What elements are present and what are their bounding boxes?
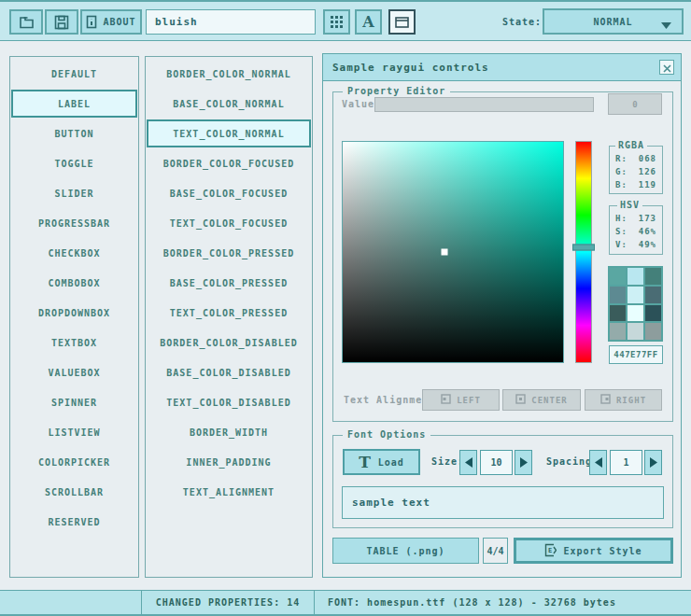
- style-color-swatch-r4c3[interactable]: [645, 323, 661, 340]
- hue-slider-handle[interactable]: [572, 245, 595, 251]
- export-format-button[interactable]: TABLE (.png): [332, 538, 479, 564]
- rgba-group: RGBA R:068 G:126 B:119: [609, 146, 663, 194]
- control-item-dropdownbox[interactable]: DROPDOWNBOX: [11, 299, 137, 327]
- save-style-button[interactable]: [45, 9, 78, 35]
- floppy-save-icon: [54, 15, 69, 30]
- spacing-decrease-button[interactable]: [589, 450, 607, 475]
- control-item-toggle[interactable]: TOGGLE: [11, 149, 137, 177]
- hsv-v-row: V:49%: [615, 240, 656, 249]
- status-bar: CHANGED PROPERTIES: 14 FONT: homespun.tt…: [0, 590, 691, 616]
- align-left-button[interactable]: LEFT: [422, 389, 500, 411]
- control-item-progressbar[interactable]: PROGRESSBAR: [11, 209, 137, 237]
- green-value: 126: [639, 167, 656, 176]
- property-item-border-color-focused[interactable]: BORDER_COLOR_FOCUSED: [147, 149, 311, 177]
- status-font-info: FONT: homespun.ttf (128 x 128) - 32768 b…: [315, 591, 691, 614]
- property-item-base-color-pressed[interactable]: BASE_COLOR_PRESSED: [147, 269, 311, 297]
- control-item-valuebox[interactable]: VALUEBOX: [11, 358, 137, 386]
- style-color-swatch-r1c3[interactable]: [645, 268, 661, 285]
- window-icon: [395, 17, 409, 28]
- property-item-border-color-disabled[interactable]: BORDER_COLOR_DISABLED: [147, 329, 311, 357]
- style-color-swatch-r2c3[interactable]: [645, 287, 661, 303]
- properties-list: BORDER_COLOR_NORMALBASE_COLOR_NORMALTEXT…: [145, 56, 313, 578]
- sample-window-title: Sample raygui controls: [332, 62, 489, 74]
- style-color-swatch-r4c2[interactable]: [628, 323, 643, 340]
- grid-icon: [331, 16, 343, 28]
- align-center-button[interactable]: CENTER: [502, 389, 581, 411]
- control-item-textbox[interactable]: TEXTBOX: [11, 329, 137, 357]
- style-name-input[interactable]: [146, 9, 316, 35]
- style-color-swatch-r2c1[interactable]: [610, 287, 626, 303]
- align-center-icon: [515, 394, 526, 406]
- size-value-box[interactable]: 10: [480, 450, 513, 475]
- align-right-button[interactable]: RIGHT: [585, 389, 662, 411]
- property-item-text-alignment[interactable]: TEXT_ALIGNMENT: [147, 478, 311, 506]
- style-colors-grid: [608, 266, 663, 342]
- property-item-inner-padding[interactable]: INNER_PADDING: [147, 448, 311, 476]
- control-item-reserved[interactable]: RESERVED: [11, 508, 137, 536]
- rgba-g-row: G:126: [615, 167, 656, 176]
- value-button[interactable]: 0: [608, 93, 662, 115]
- export-style-button[interactable]: E Export Style: [514, 538, 673, 564]
- property-item-border-width[interactable]: BORDER_WIDTH: [147, 418, 311, 446]
- hsv-h-row: H:173: [615, 214, 656, 223]
- close-button[interactable]: [659, 60, 674, 75]
- color-picker-cursor[interactable]: [441, 249, 447, 256]
- property-item-border-color-normal[interactable]: BORDER_COLOR_NORMAL: [147, 60, 311, 88]
- style-color-swatch-r2c2[interactable]: [628, 287, 643, 303]
- control-item-spinner[interactable]: SPINNER: [11, 388, 137, 416]
- red-value: 068: [639, 154, 656, 163]
- size-increase-button[interactable]: [515, 450, 532, 475]
- control-item-combobox[interactable]: COMBOBOX: [11, 269, 137, 297]
- load-font-button[interactable]: T Load: [343, 449, 420, 475]
- style-color-swatch-r3c1[interactable]: [610, 305, 626, 322]
- state-dropdown[interactable]: NORMAL: [543, 8, 684, 35]
- style-color-swatch-r3c2[interactable]: [628, 305, 643, 322]
- open-style-button[interactable]: [9, 9, 43, 35]
- font-preview-button[interactable]: A: [355, 9, 382, 35]
- status-cell-empty: [0, 591, 142, 614]
- control-item-checkbox[interactable]: CHECKBOX: [11, 239, 137, 267]
- property-item-border-color-pressed[interactable]: BORDER_COLOR_PRESSED: [147, 239, 311, 267]
- property-item-text-color-pressed[interactable]: TEXT_COLOR_PRESSED: [147, 299, 311, 327]
- style-color-swatch-r3c3[interactable]: [645, 305, 661, 322]
- property-item-base-color-focused[interactable]: BASE_COLOR_FOCUSED: [147, 179, 311, 207]
- size-decrease-button[interactable]: [459, 450, 477, 475]
- property-item-text-color-disabled[interactable]: TEXT_COLOR_DISABLED: [147, 388, 311, 416]
- align-left-icon: [441, 394, 451, 406]
- property-item-base-color-normal[interactable]: BASE_COLOR_NORMAL: [147, 90, 311, 118]
- page-indicator[interactable]: 4/4: [483, 538, 508, 564]
- chevron-right-icon: [650, 454, 657, 471]
- sample-window-titlebar[interactable]: Sample raygui controls: [323, 54, 681, 81]
- style-color-swatch-r4c1[interactable]: [610, 323, 626, 340]
- window-preview-button[interactable]: [388, 9, 416, 35]
- control-item-listview[interactable]: LISTVIEW: [11, 418, 137, 446]
- folder-open-icon: [19, 15, 35, 29]
- style-color-swatch-r1c2[interactable]: [628, 268, 643, 285]
- value-value: 49%: [639, 240, 656, 249]
- control-item-button[interactable]: BUTTON: [11, 119, 137, 147]
- sample-text-textbox[interactable]: sample text: [342, 486, 664, 519]
- state-dropdown-value: NORMAL: [593, 17, 632, 27]
- style-color-swatch-r1c1[interactable]: [610, 268, 626, 285]
- hsv-group: HSV H:173 S:46% V:49%: [609, 205, 663, 255]
- status-changed-properties: CHANGED PROPERTIES: 14: [142, 591, 315, 614]
- control-item-default[interactable]: DEFAULT: [11, 60, 137, 88]
- control-item-label[interactable]: LABEL: [11, 90, 137, 118]
- control-item-slider[interactable]: SLIDER: [11, 179, 137, 207]
- color-saturation-value-picker[interactable]: [342, 141, 564, 363]
- about-button[interactable]: ABOUT: [80, 9, 142, 35]
- align-right-icon: [600, 394, 611, 406]
- spacing-value-box[interactable]: 1: [610, 450, 642, 475]
- hex-color-textbox[interactable]: 447E77FF: [609, 345, 663, 364]
- property-item-text-color-focused[interactable]: TEXT_COLOR_FOCUSED: [147, 209, 311, 237]
- spacing-increase-button[interactable]: [644, 450, 662, 475]
- control-item-colorpicker[interactable]: COLORPICKER: [11, 448, 137, 476]
- property-item-text-color-normal[interactable]: TEXT_COLOR_NORMAL: [147, 119, 311, 147]
- grid-toggle-button[interactable]: [323, 9, 350, 35]
- value-slider[interactable]: [374, 97, 594, 112]
- saturation-value: 46%: [639, 227, 656, 236]
- chevron-left-icon: [595, 454, 602, 471]
- hue-bar[interactable]: [575, 141, 592, 363]
- property-item-base-color-disabled[interactable]: BASE_COLOR_DISABLED: [147, 358, 311, 386]
- control-item-scrollbar[interactable]: SCROLLBAR: [11, 478, 137, 506]
